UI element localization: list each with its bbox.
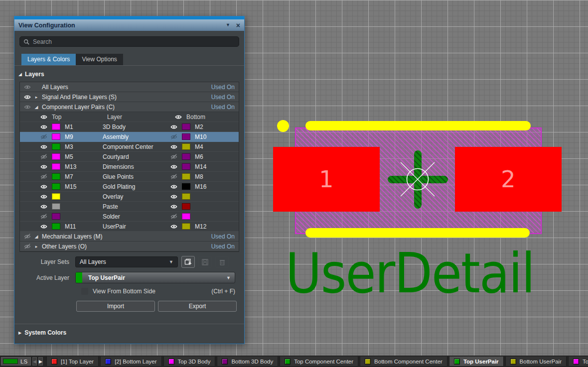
tab-layers-and-colors[interactable]: Layers & Colors <box>21 54 76 65</box>
import-button[interactable]: Import <box>76 301 155 312</box>
panel-menu-chevron-icon[interactable]: ▼ <box>226 23 230 27</box>
layer-pair-row[interactable]: M11 UserPair M12 <box>20 222 239 232</box>
layer-color-swatch[interactable] <box>182 223 190 230</box>
layer-pair-row[interactable]: M5 Courtyard M6 <box>20 152 239 162</box>
layer-pair-row[interactable]: M15 Gold Plating M16 <box>20 182 239 192</box>
layer-tab[interactable]: [1] Top Layer <box>46 357 99 366</box>
layer-pair-row[interactable]: M9 Assembly M10 <box>20 132 239 142</box>
eye-hidden-icon[interactable] <box>40 213 47 220</box>
layer-color-swatch[interactable] <box>182 213 190 220</box>
overlay-dot[interactable] <box>277 120 289 132</box>
layer-color-swatch[interactable] <box>182 153 190 160</box>
used-on-dropdown[interactable]: Used On <box>211 94 239 101</box>
layer-color-swatch[interactable] <box>52 213 60 220</box>
layer-tab[interactable]: Bottom Component Center <box>360 357 447 366</box>
layer-tab[interactable]: Bottom UserPair <box>505 357 567 366</box>
eye-visible-icon[interactable] <box>170 143 177 150</box>
used-on-dropdown[interactable]: Used On <box>211 243 239 250</box>
layer-pair-row[interactable]: Solder <box>20 212 239 222</box>
eye-visible-icon[interactable] <box>24 84 31 91</box>
system-colors-header[interactable]: ▶ System Colors <box>14 324 244 336</box>
collapse-triangle-icon[interactable]: ◢ <box>34 234 39 239</box>
eye-visible-icon[interactable] <box>175 114 182 121</box>
eye-visible-icon[interactable] <box>170 193 177 200</box>
layer-color-swatch[interactable] <box>52 123 60 130</box>
eye-hidden-icon[interactable] <box>40 153 47 160</box>
view-from-bottom-checkbox[interactable] <box>81 288 88 295</box>
layer-tab[interactable]: Top Dimensions <box>568 357 588 366</box>
layer-color-swatch[interactable] <box>182 143 190 150</box>
scroll-tabs-left-button[interactable]: ◀ <box>32 357 37 366</box>
used-on-dropdown[interactable]: Used On <box>211 233 239 240</box>
eye-visible-icon[interactable] <box>24 104 31 111</box>
tab-view-options[interactable]: View Options <box>76 54 123 65</box>
eye-visible-icon[interactable] <box>40 203 47 210</box>
layer-color-swatch[interactable] <box>182 203 190 210</box>
layers-section-header[interactable]: ◢ Layers <box>14 66 244 82</box>
eye-hidden-icon[interactable] <box>170 153 177 160</box>
eye-visible-icon[interactable] <box>40 223 47 230</box>
active-layer-dropdown[interactable]: Top UserPair ▼ <box>75 272 235 283</box>
eye-visible-icon[interactable] <box>170 203 177 210</box>
new-layer-set-button[interactable] <box>181 256 195 268</box>
layer-group-row[interactable]: ▸ Other Layers (O) Used On <box>20 242 239 251</box>
layer-tab[interactable]: [2] Bottom Layer <box>100 357 161 366</box>
eye-visible-icon[interactable] <box>40 183 47 190</box>
layer-color-swatch[interactable] <box>52 203 60 210</box>
eye-visible-icon[interactable] <box>40 123 47 130</box>
eye-hidden-icon[interactable] <box>170 133 177 140</box>
layer-color-swatch[interactable] <box>52 223 60 230</box>
layer-group-row[interactable]: All Layers Used On <box>20 82 239 92</box>
expand-triangle-icon[interactable]: ▸ <box>34 244 39 249</box>
panel-close-icon[interactable]: × <box>236 22 240 29</box>
layer-tab[interactable]: Top Component Center <box>280 357 358 366</box>
pad-2[interactable]: 2 <box>455 147 562 212</box>
layer-color-swatch[interactable] <box>52 143 60 150</box>
eye-visible-icon[interactable] <box>40 163 47 170</box>
layer-pair-row[interactable]: M7 Glue Points M8 <box>20 172 239 182</box>
export-button[interactable]: Export <box>158 301 237 312</box>
eye-hidden-icon[interactable] <box>40 133 47 140</box>
layer-color-swatch[interactable] <box>52 153 60 160</box>
layer-color-swatch[interactable] <box>182 193 190 200</box>
delete-layer-set-button[interactable] <box>215 256 229 268</box>
used-on-dropdown[interactable]: Used On <box>211 104 239 111</box>
search-input[interactable]: Search <box>19 36 239 47</box>
layer-color-swatch[interactable] <box>52 133 60 140</box>
eye-hidden-icon[interactable] <box>40 173 47 180</box>
eye-visible-icon[interactable] <box>40 193 47 200</box>
layer-group-row[interactable]: ▸ Signal And Plane Layers (S) Used On <box>20 92 239 102</box>
layer-sets-dropdown[interactable]: All Layers ▼ <box>75 256 178 267</box>
layer-color-swatch[interactable] <box>52 193 60 200</box>
layer-group-row[interactable]: ◢ Mechanical Layers (M) Used On <box>20 232 239 242</box>
eye-hidden-icon[interactable] <box>170 213 177 220</box>
layer-color-swatch[interactable] <box>52 173 60 180</box>
layer-color-swatch[interactable] <box>182 163 190 170</box>
layer-pair-row[interactable]: M1 3D Body M2 <box>20 122 239 132</box>
layer-tab[interactable]: Top 3D Body <box>163 357 216 366</box>
collapse-triangle-icon[interactable]: ◢ <box>34 105 39 110</box>
layer-color-swatch[interactable] <box>182 123 190 130</box>
expand-triangle-icon[interactable]: ▸ <box>34 95 39 100</box>
layer-pair-row[interactable]: M13 Dimensions M14 <box>20 162 239 172</box>
layer-pair-row[interactable]: Paste <box>20 202 239 212</box>
layer-tab[interactable]: Bottom 3D Body <box>217 357 278 366</box>
eye-visible-icon[interactable] <box>170 183 177 190</box>
save-layer-set-button[interactable] <box>198 256 212 268</box>
layer-pair-row[interactable]: M3 Component Center M4 <box>20 142 239 152</box>
eye-hidden-icon[interactable] <box>24 233 31 240</box>
scroll-tabs-right-button[interactable]: ▶ <box>38 357 43 366</box>
layer-color-swatch[interactable] <box>52 163 60 170</box>
eye-visible-icon[interactable] <box>40 114 47 121</box>
overlay-bar-bottom[interactable] <box>305 228 530 238</box>
pad-1[interactable]: 1 <box>273 147 380 212</box>
panel-titlebar[interactable]: View Configuration ▼ × <box>14 19 244 31</box>
used-on-dropdown[interactable]: Used On <box>211 84 239 91</box>
eye-visible-icon[interactable] <box>170 123 177 130</box>
layer-tab[interactable]: Top UserPair <box>449 357 504 366</box>
layer-color-swatch[interactable] <box>182 183 190 190</box>
layer-pair-row[interactable]: Overlay <box>20 192 239 202</box>
eye-visible-icon[interactable] <box>40 143 47 150</box>
eye-visible-icon[interactable] <box>170 163 177 170</box>
silkscreen-text[interactable]: UserDetail <box>286 246 534 301</box>
